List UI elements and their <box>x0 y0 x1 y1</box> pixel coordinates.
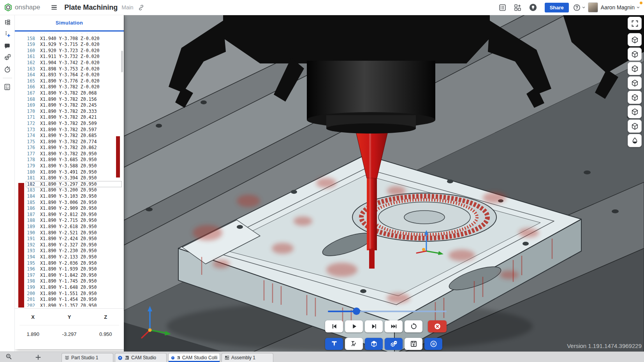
gcode-line[interactable]: 190X1.890 Y-2.521 Z0.950 <box>15 230 124 236</box>
gcode-line[interactable]: 191X1.890 Y-2.424 Z0.950 <box>15 236 124 242</box>
gcode-line[interactable]: 177X1.890 Y-3.782 Z0.950 <box>15 151 124 157</box>
gcode-list[interactable]: 157X1.951 Y-3.703 Z-0.020158X1.940 Y-3.7… <box>15 33 124 307</box>
gcode-line[interactable]: 178X1.890 Y-3.685 Z0.950 <box>15 157 124 163</box>
gcode-line[interactable]: 175X1.890 Y-3.782 Z0.774 <box>15 139 124 145</box>
tab-label: Assembly 1 <box>231 355 255 360</box>
collision-check-toggle[interactable] <box>385 338 403 350</box>
simulation-speed-toggle[interactable] <box>424 338 442 350</box>
gcode-line[interactable]: 193X1.890 Y-2.230 Z0.950 <box>15 248 124 254</box>
stop-simulation-button[interactable] <box>428 320 447 332</box>
comment-icon[interactable] <box>3 42 12 50</box>
skip-to-end-button[interactable] <box>385 320 403 332</box>
gcode-line[interactable]: 165X1.890 Y-3.776 Z-0.020 <box>15 78 124 84</box>
learning-center-icon[interactable] <box>529 3 537 12</box>
onshape-logo[interactable]: onshape <box>4 3 40 12</box>
fullscreen-icon[interactable] <box>628 17 642 30</box>
timer-icon[interactable] <box>3 65 12 74</box>
skip-to-start-button[interactable] <box>325 320 343 332</box>
gcode-line[interactable]: 172X1.890 Y-3.782 Z0.509 <box>15 121 124 127</box>
gcode-line[interactable]: 192X1.890 Y-2.327 Z0.950 <box>15 242 124 248</box>
gcode-line[interactable]: 186X1.890 Y-2.909 Z0.950 <box>15 206 124 212</box>
view-cube-icon-5[interactable] <box>628 91 642 104</box>
view-cube-icon-3[interactable] <box>628 62 642 75</box>
gcode-line[interactable]: 180X1.890 Y-3.491 Z0.950 <box>15 169 124 176</box>
user-menu-caret-icon[interactable] <box>635 5 641 10</box>
viewport-3d[interactable]: Version 1.191.1474.3969229 <box>124 15 644 352</box>
gcode-line[interactable]: 188X1.890 Y-2.715 Z0.950 <box>15 218 124 224</box>
play-button[interactable] <box>345 320 363 332</box>
gcode-line[interactable]: 168X1.890 Y-3.782 Z0.156 <box>15 97 124 103</box>
gcode-line[interactable]: 170X1.890 Y-3.782 Z0.333 <box>15 109 124 115</box>
restart-button[interactable] <box>405 320 422 332</box>
tab-simulation[interactable]: Simulation <box>56 20 83 26</box>
simulation-progress-slider[interactable] <box>328 308 447 315</box>
view-cube-icon-7[interactable] <box>628 119 642 133</box>
gcode-line[interactable]: 173X1.890 Y-3.782 Z0.597 <box>15 127 124 133</box>
gcode-line[interactable]: 185X1.890 Y-3.006 Z0.950 <box>15 200 124 206</box>
share-link-icon[interactable] <box>137 4 145 11</box>
view-cube-icon-1[interactable] <box>628 33 642 46</box>
gcode-line-number: 174 <box>15 133 40 139</box>
tab-cam-studio-collisio[interactable]: CAM Studio Collisio… <box>168 353 220 362</box>
stock-display-toggle[interactable] <box>365 338 383 350</box>
insert-node-icon[interactable] <box>3 30 12 39</box>
feature-tree-icon[interactable] <box>3 18 12 27</box>
release-notes-icon[interactable] <box>498 4 507 12</box>
gcode-line[interactable]: 160X1.920 Y-3.723 Z-0.020 <box>15 48 124 54</box>
gcode-line[interactable]: 176X1.890 Y-3.782 Z0.862 <box>15 145 124 151</box>
gcode-line[interactable]: 202X1.890 Y-1.357 Z0.950 <box>15 303 124 307</box>
view-cube-icon-4[interactable] <box>628 76 642 90</box>
gcode-line[interactable]: 201X1.890 Y-1.454 Z0.950 <box>15 297 124 303</box>
gcode-line[interactable]: 197X1.890 Y-1.842 Z0.950 <box>15 272 124 279</box>
gcode-line[interactable]: 179X1.890 Y-3.588 Z0.950 <box>15 163 124 169</box>
gcode-line[interactable]: 195X1.890 Y-2.036 Z0.950 <box>15 260 124 267</box>
gcode-line[interactable]: 161X1.911 Y-3.732 Z-0.020 <box>15 54 124 60</box>
appearance-icon[interactable] <box>628 134 642 147</box>
gcode-line[interactable]: 159X1.929 Y-3.715 Z-0.020 <box>15 42 124 48</box>
gcode-line[interactable]: 171X1.890 Y-3.782 Z0.421 <box>15 114 124 121</box>
tab-assembly-1[interactable]: Assembly 1 <box>222 353 273 362</box>
gcode-line[interactable]: 182X1.890 Y-3.297 Z0.950 <box>15 181 124 188</box>
gcode-line[interactable]: 158X1.940 Y-3.708 Z-0.020 <box>15 36 124 42</box>
gcode-line[interactable]: 200X1.890 Y-1.551 Z0.950 <box>15 291 124 297</box>
main-menu-icon[interactable] <box>50 4 58 11</box>
user-name[interactable]: Aaron Magnin <box>601 4 635 11</box>
view-cube-icon-6[interactable] <box>628 105 642 118</box>
model-help-icon[interactable] <box>3 53 12 62</box>
step-forward-button[interactable] <box>365 320 383 332</box>
gcode-line[interactable]: 184X1.890 Y-3.103 Z0.950 <box>15 193 124 200</box>
gcode-line[interactable]: 196X1.890 Y-1.939 Z0.950 <box>15 266 124 272</box>
gcode-line[interactable]: 198X1.890 Y-1.745 Z0.950 <box>15 278 124 285</box>
tool-display-toggle[interactable] <box>325 338 343 350</box>
gcode-line[interactable]: 199X1.890 Y-1.648 Z0.950 <box>15 285 124 291</box>
apps-icon[interactable] <box>514 4 522 12</box>
gcode-scrollbar[interactable] <box>121 51 123 72</box>
add-tab-button[interactable] <box>34 353 42 361</box>
viewport-3d-scene[interactable] <box>124 15 644 352</box>
slider-thumb[interactable] <box>353 308 360 315</box>
view-cube-icon-2[interactable] <box>628 47 642 61</box>
workspace-label[interactable]: Main <box>121 4 133 11</box>
gcode-line[interactable]: 162X1.904 Y-3.742 Z-0.020 <box>15 60 124 66</box>
properties-checklist-icon[interactable] <box>3 83 12 91</box>
tab-search-icon[interactable] <box>5 353 13 361</box>
tab-part-studio-1[interactable]: Part Studio 1 <box>62 353 113 362</box>
gcode-line[interactable]: 194X1.890 Y-2.133 Z0.950 <box>15 254 124 260</box>
gcode-line[interactable]: 166X1.890 Y-3.782 Z-0.020 <box>15 84 124 90</box>
gcode-line[interactable]: 164X1.893 Y-3.764 Z-0.020 <box>15 72 124 78</box>
toolpath-display-toggle[interactable] <box>345 338 363 350</box>
gcode-line[interactable]: 181X1.890 Y-3.394 Z0.950 <box>15 175 124 181</box>
save-stock-toggle[interactable] <box>405 338 422 350</box>
tab-cam-studio[interactable]: CAM Studio <box>115 353 167 362</box>
gcode-line[interactable]: 163X1.898 Y-3.753 Z-0.020 <box>15 66 124 72</box>
gcode-line[interactable]: 183X1.890 Y-3.200 Z0.950 <box>15 187 124 193</box>
help-caret-icon[interactable] <box>581 5 586 10</box>
share-button[interactable]: Share <box>545 3 569 12</box>
gcode-line[interactable]: 187X1.890 Y-2.812 Z0.950 <box>15 212 124 218</box>
gcode-line[interactable]: 167X1.890 Y-3.782 Z0.068 <box>15 90 124 97</box>
avatar[interactable] <box>588 2 598 12</box>
help-icon[interactable] <box>573 4 581 12</box>
gcode-line[interactable]: 189X1.890 Y-2.618 Z0.950 <box>15 224 124 230</box>
gcode-line[interactable]: 169X1.890 Y-3.782 Z0.245 <box>15 102 124 109</box>
gcode-line[interactable]: 174X1.890 Y-3.782 Z0.685 <box>15 133 124 139</box>
